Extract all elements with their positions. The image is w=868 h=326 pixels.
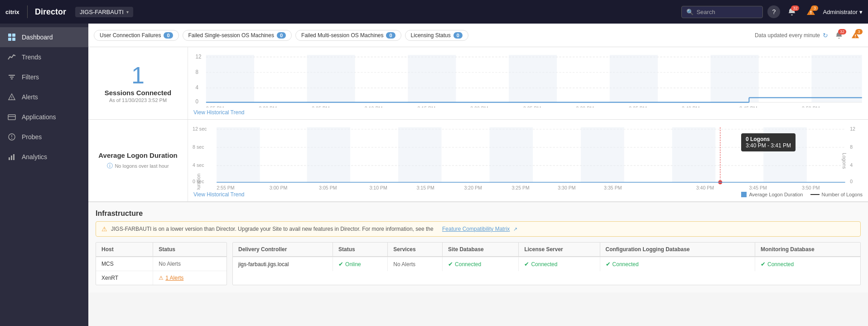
svg-text:2:55 PM: 2:55 PM [206, 105, 224, 107]
applications-icon [7, 112, 16, 122]
info-icon: ⓘ [107, 162, 113, 170]
alerts-button[interactable]: 3 [804, 5, 818, 19]
external-link-icon: ↗ [513, 226, 517, 232]
dc-status-col-header: Status [333, 243, 388, 257]
alert-pill-licensing[interactable]: Licensing Status 0 [405, 30, 468, 41]
logon-chart-svg: 12 sec 8 sec 4 sec 0 sec Duration 12 8 4… [192, 123, 864, 190]
sessions-subtitle: As of 11/30/2023 3:52 PM [109, 97, 167, 103]
alert-pill-single-session[interactable]: Failed Single-session OS Machines 0 [183, 30, 292, 41]
svg-text:12: 12 [195, 54, 201, 60]
sidebar-item-filters[interactable]: Filters [0, 67, 88, 87]
admin-chevron-icon: ▾ [859, 9, 863, 15]
svg-text:Logons: Logons [842, 153, 847, 169]
infrastructure-tables: Host Status MCS No Alerts XenR [96, 242, 861, 285]
sidebar-item-label-alerts: Alerts [22, 93, 38, 101]
legend-box-avg [741, 192, 747, 197]
admin-menu[interactable]: Administrator ▾ [823, 9, 863, 15]
alert-bar-alerts-badge: 3 [855, 29, 863, 34]
notifications-badge: 32 [791, 5, 799, 11]
site-selector[interactable]: JIGS-FARBAUTI ▾ [75, 7, 133, 17]
svg-text:3:35 PM: 3:35 PM [604, 185, 622, 190]
legend-count-label: Number of Logons [822, 192, 863, 197]
sessions-count: 1 [131, 63, 145, 87]
svg-rect-5 [12, 38, 15, 41]
alert-pill-connection-failures-count: 0 [164, 32, 173, 39]
site-name-label: JIGS-FARBAUTI [80, 9, 124, 15]
notifications-button[interactable]: 32 [785, 5, 799, 19]
sidebar-item-dashboard[interactable]: Dashboard [0, 27, 88, 47]
logon-section: Average Logon Duration ⓘ No logons over … [88, 120, 868, 202]
sessions-view-trend-link[interactable]: View Historical Trend [188, 107, 868, 119]
controller-services: No Alerts [388, 257, 443, 271]
probes-icon [7, 132, 16, 141]
sidebar-item-applications[interactable]: Applications [0, 107, 88, 127]
svg-text:3:30 PM: 3:30 PM [558, 185, 576, 190]
sidebar: Dashboard Trends Filters Alerts Applicat… [0, 24, 88, 326]
sidebar-item-probes[interactable]: Probes [0, 127, 88, 147]
legend-num-logons: Number of Logons [810, 192, 863, 197]
dashboard-icon [7, 33, 16, 42]
sessions-chart-svg: 12 8 4 0 [192, 51, 864, 107]
search-box[interactable]: 🔍 Search [681, 6, 763, 18]
svg-text:3:40 PM: 3:40 PM [696, 185, 714, 190]
svg-text:3:45 PM: 3:45 PM [739, 105, 757, 107]
infrastructure-title: Infrastructure [96, 209, 861, 218]
svg-text:3:15 PM: 3:15 PM [416, 185, 434, 190]
legend-avg-label: Average Logon Duration [749, 192, 803, 197]
svg-text:0: 0 [850, 179, 853, 184]
help-button[interactable]: ? [767, 5, 780, 18]
svg-rect-4 [8, 38, 11, 41]
host-row-xenrt: XenRT ⚠ 1 Alerts [96, 271, 227, 285]
svg-rect-18 [13, 154, 14, 160]
sidebar-item-label-dashboard: Dashboard [22, 34, 53, 41]
dc-sitedb-col-header: Site Database [443, 243, 519, 257]
controller-configdb: ✔ Connected [600, 257, 755, 271]
svg-text:8: 8 [850, 144, 853, 150]
sessions-metric: 1 Sessions Connected As of 11/30/2023 3:… [88, 47, 188, 119]
svg-rect-65 [307, 127, 350, 182]
alerts-icon [7, 92, 16, 102]
alert-pill-connection-failures[interactable]: User Connection Failures 0 [94, 30, 179, 41]
site-selector-chevron-icon: ▾ [126, 10, 129, 15]
svg-text:Duration: Duration [196, 174, 201, 190]
alert-pill-licensing-label: Licensing Status [411, 32, 451, 39]
refresh-icon[interactable]: ↻ [823, 32, 828, 39]
svg-rect-70 [763, 127, 806, 182]
sidebar-item-trends[interactable]: Trends [0, 47, 88, 67]
alert-bar-alert-button[interactable]: 3 [848, 28, 863, 43]
trends-icon [7, 53, 16, 62]
svg-text:12: 12 [850, 126, 855, 131]
logon-view-trend-link[interactable]: View Historical Trend [188, 190, 245, 201]
chart-legend: Average Logon Duration Number of Logons [736, 191, 868, 200]
compat-matrix-link[interactable]: Feature Compatibility Matrix [442, 226, 510, 232]
svg-text:3:00 PM: 3:00 PM [259, 105, 277, 107]
sidebar-item-alerts[interactable]: Alerts [0, 87, 88, 107]
infrastructure-section: Infrastructure ⚠ JIGS-FARBAUTI is on a l… [88, 202, 868, 292]
logon-chart: 12 sec 8 sec 4 sec 0 sec Duration 12 8 4… [188, 120, 868, 190]
controller-sitedb: ✔ Connected [443, 257, 519, 271]
dc-services-col-header: Services [388, 243, 443, 257]
svg-rect-32 [610, 55, 658, 102]
alert-pill-multi-session-label: Failed Multi-session OS Machines [301, 32, 383, 39]
svg-text:3:45 PM: 3:45 PM [749, 185, 767, 190]
svg-rect-30 [408, 55, 456, 102]
svg-text:3:05 PM: 3:05 PM [319, 185, 337, 190]
host-name-mcs: MCS [96, 257, 153, 271]
svg-rect-34 [811, 55, 862, 102]
svg-text:3:15 PM: 3:15 PM [418, 105, 435, 107]
svg-rect-17 [11, 156, 12, 160]
alert-bar-notif-button[interactable]: 32 [832, 28, 846, 43]
citrix-icon: citrix [5, 7, 20, 16]
host-name-xenrt: XenRT [96, 271, 153, 285]
svg-text:4: 4 [195, 84, 198, 91]
search-placeholder: Search [696, 9, 715, 15]
svg-rect-31 [509, 55, 557, 102]
legend-line-count [810, 194, 820, 195]
svg-text:4 sec: 4 sec [193, 162, 204, 168]
alert-pill-multi-session[interactable]: Failed Multi-session OS Machines 0 [295, 30, 401, 41]
analytics-icon [7, 152, 16, 161]
legend-avg-logon: Average Logon Duration [741, 192, 803, 197]
sidebar-item-analytics[interactable]: Analytics [0, 147, 88, 167]
xenrt-alerts-link[interactable]: 1 Alerts [165, 275, 183, 281]
sidebar-item-label-analytics: Analytics [22, 153, 47, 161]
